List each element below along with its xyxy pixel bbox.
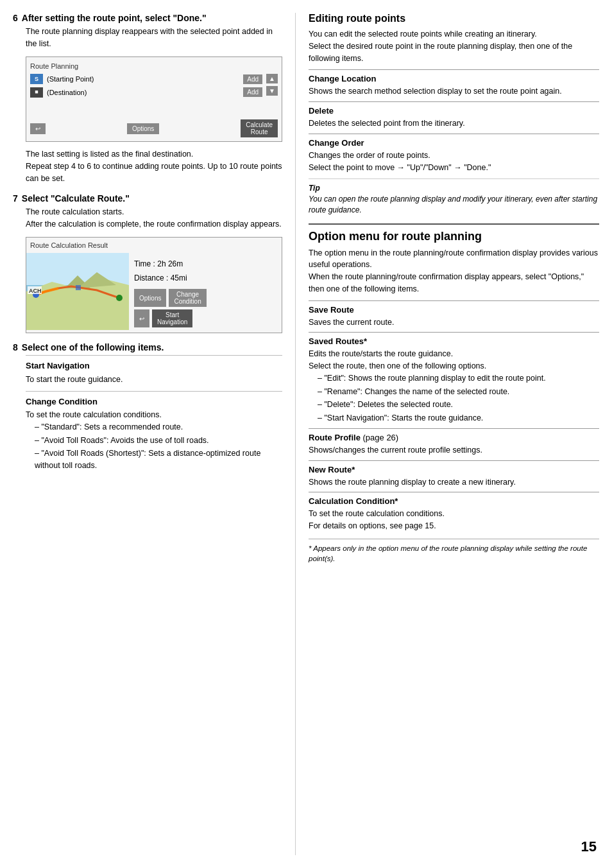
rcc-distance: Distance : 45mi bbox=[134, 272, 276, 284]
page-content: 6 After setting the route point, select … bbox=[0, 0, 612, 868]
rp-title: Route Planning bbox=[30, 61, 278, 72]
rp-start-icon: S bbox=[30, 74, 43, 84]
step8-number: 8 bbox=[13, 342, 18, 352]
calc-condition-body: To set the route calculation conditions.… bbox=[309, 508, 599, 532]
rp-row2: ■ (Destination) Add bbox=[30, 87, 262, 98]
rp-calc-route-btn[interactable]: Calculate Route bbox=[241, 119, 278, 137]
delete-section: Delete Deletes the selected point from t… bbox=[309, 101, 599, 130]
step7-title: Select "Calculate Route." bbox=[22, 193, 130, 204]
step7-body: The route calculation starts. After the … bbox=[26, 206, 282, 333]
footnote-text: * Appears only in the option menu of the… bbox=[309, 544, 587, 562]
svg-rect-9 bbox=[76, 285, 81, 290]
step8-body: Start Navigation To start the route guid… bbox=[26, 355, 282, 472]
footnote: * Appears only in the option menu of the… bbox=[309, 539, 599, 564]
page-number: 15 bbox=[581, 838, 597, 855]
rp-back-btn[interactable]: ↩ bbox=[30, 123, 46, 134]
step6-body3: Repeat step 4 to 6 to continue adding ro… bbox=[26, 161, 282, 185]
rp-row1: S (Starting Point) Add bbox=[30, 74, 262, 85]
rp-arrow-up[interactable]: ▲ bbox=[266, 74, 278, 83]
rcc-content: ACH Time : 2h 26m D bbox=[26, 253, 282, 333]
editing-route-title: Editing route points bbox=[309, 13, 599, 24]
new-route-title: New Route* bbox=[309, 465, 599, 474]
step6-title: After setting the route point, select "D… bbox=[22, 13, 207, 23]
change-order-section: Change Order Changes the order of route … bbox=[309, 134, 599, 174]
sr-bullet-delete: "Delete": Deletes the selected route. bbox=[318, 399, 599, 411]
change-order-body: Changes the order of route points. Selec… bbox=[309, 150, 599, 174]
step7-body2: After the calculation is complete, the r… bbox=[26, 218, 282, 230]
save-route-body: Saves the current route. bbox=[309, 317, 599, 329]
save-route-section: Save Route Saves the current route. bbox=[309, 300, 599, 329]
step6-body: The route planning display reappears wit… bbox=[26, 26, 282, 184]
start-nav-body: To start the route guidance. bbox=[26, 374, 282, 386]
rp-options-btn[interactable]: Options bbox=[127, 123, 159, 134]
rcc-options-btn[interactable]: Options bbox=[134, 289, 166, 307]
step8-heading: 8 Select one of the following items. bbox=[13, 342, 282, 352]
delete-body: Deletes the selected point from the itin… bbox=[309, 117, 599, 130]
change-condition-bullets: "Standard": Sets a recommended route. "A… bbox=[35, 421, 282, 472]
save-route-title: Save Route bbox=[309, 305, 599, 315]
step8-start-nav: Start Navigation To start the route guid… bbox=[26, 355, 282, 385]
calc-condition-title: Calculation Condition* bbox=[309, 496, 599, 506]
change-condition-title: Change Condition bbox=[26, 395, 282, 408]
saved-routes-title: Saved Routes* bbox=[309, 336, 599, 346]
route-profile-title: Route Profile (page 26) bbox=[309, 433, 599, 442]
step6-heading: 6 After setting the route point, select … bbox=[13, 13, 282, 23]
saved-routes-body: Edits the route/starts the route guidanc… bbox=[309, 348, 599, 424]
svg-point-6 bbox=[116, 295, 123, 301]
rcc-info: Time : 2h 26m Distance : 45mi Options C bbox=[129, 253, 282, 333]
tip-text: You can open the route planning display … bbox=[309, 195, 597, 214]
change-location-section: Change Location Shows the search method … bbox=[309, 69, 599, 98]
map-svg: ACH bbox=[26, 253, 129, 330]
svg-text:ACH: ACH bbox=[29, 288, 42, 294]
rcc-back-btn[interactable]: ↩ bbox=[134, 309, 149, 327]
route-profile-section: Route Profile (page 26) Shows/changes th… bbox=[309, 428, 599, 456]
rp-arrow-down[interactable]: ▼ bbox=[266, 86, 278, 96]
tip-label: Tip bbox=[309, 184, 320, 193]
change-order-title: Change Order bbox=[309, 138, 599, 148]
rcc-change-btn[interactable]: Change Condition bbox=[169, 289, 206, 307]
new-route-body: Shows the route planning display to crea… bbox=[309, 476, 599, 489]
sr-bullet-rename: "Rename": Changes the name of the select… bbox=[318, 386, 599, 398]
tip-box: Tip You can open the route planning disp… bbox=[309, 178, 599, 215]
rcc-btn-row1: Options Change Condition bbox=[134, 289, 276, 307]
rcc-time: Time : 2h 26m bbox=[134, 258, 276, 270]
page-wrapper: 6 After setting the route point, select … bbox=[0, 0, 612, 868]
route-profile-body: Shows/changes the current route profile … bbox=[309, 444, 599, 456]
sr-bullet-start-nav: "Start Navigation": Starts the route gui… bbox=[318, 412, 599, 424]
left-column: 6 After setting the route point, select … bbox=[13, 13, 295, 855]
option-menu-desc: The option menu in the route planning/ro… bbox=[309, 247, 599, 295]
rcc-btn-row2: ↩ Start Navigation bbox=[134, 309, 276, 327]
new-route-section: New Route* Shows the route planning disp… bbox=[309, 460, 599, 489]
step6-body1: The route planning display reappears wit… bbox=[26, 26, 282, 50]
rp-bottom-row: ↩ Options Calculate Route bbox=[30, 119, 278, 137]
saved-routes-bullets: "Edit": Shows the route planning display… bbox=[318, 372, 599, 424]
step7-heading: 7 Select "Calculate Route." bbox=[13, 193, 282, 204]
change-location-title: Change Location bbox=[309, 74, 599, 83]
rp-start-label: (Starting Point) bbox=[47, 74, 241, 85]
sr-bullet-edit: "Edit": Shows the route planning display… bbox=[318, 372, 599, 385]
change-condition-body: To set the route calculation conditions.… bbox=[26, 409, 282, 472]
change-location-body: Shows the search method selection displa… bbox=[309, 85, 599, 98]
route-planning-box: Route Planning S (Starting Point) Add bbox=[26, 56, 282, 143]
step7-number: 7 bbox=[13, 193, 18, 204]
rp-dest-label: (Destination) bbox=[47, 87, 241, 98]
option-menu-divider bbox=[309, 223, 599, 225]
option-menu-section: Option menu for route planning The optio… bbox=[309, 230, 599, 564]
rp-dest-icon: ■ bbox=[30, 87, 43, 98]
rcc-start-nav-btn[interactable]: Start Navigation bbox=[152, 309, 192, 327]
option-menu-title: Option menu for route planning bbox=[309, 230, 599, 243]
calc-condition-section: Calculation Condition* To set the route … bbox=[309, 492, 599, 532]
bullet-standard: "Standard": Sets a recommended route. bbox=[35, 421, 282, 433]
rp-add-btn-2[interactable]: Add bbox=[243, 87, 262, 97]
editing-route-section: Editing route points You can edit the se… bbox=[309, 13, 599, 216]
editing-route-desc: You can edit the selected route points w… bbox=[309, 28, 599, 64]
saved-routes-section: Saved Routes* Edits the route/starts the… bbox=[309, 332, 599, 424]
rcc-title: Route Calculation Result bbox=[26, 238, 282, 254]
right-column: Editing route points You can edit the se… bbox=[295, 13, 599, 855]
step8-title: Select one of the following items. bbox=[22, 342, 164, 352]
bullet-avoid-toll-shortest: "Avoid Toll Roads (Shortest)": Sets a di… bbox=[35, 447, 282, 472]
rp-add-btn-1[interactable]: Add bbox=[243, 74, 262, 84]
map-area: ACH bbox=[26, 253, 129, 330]
rp-arrow-col: ▲ ▼ bbox=[266, 74, 278, 116]
step8-change-condition: Change Condition To set the route calcul… bbox=[26, 391, 282, 472]
